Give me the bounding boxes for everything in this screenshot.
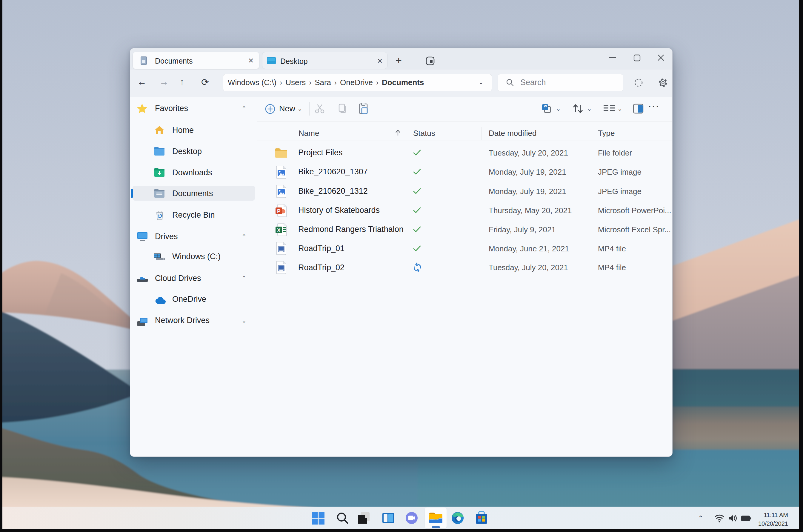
svg-text:P: P: [277, 208, 280, 214]
svg-text:X: X: [277, 227, 281, 233]
